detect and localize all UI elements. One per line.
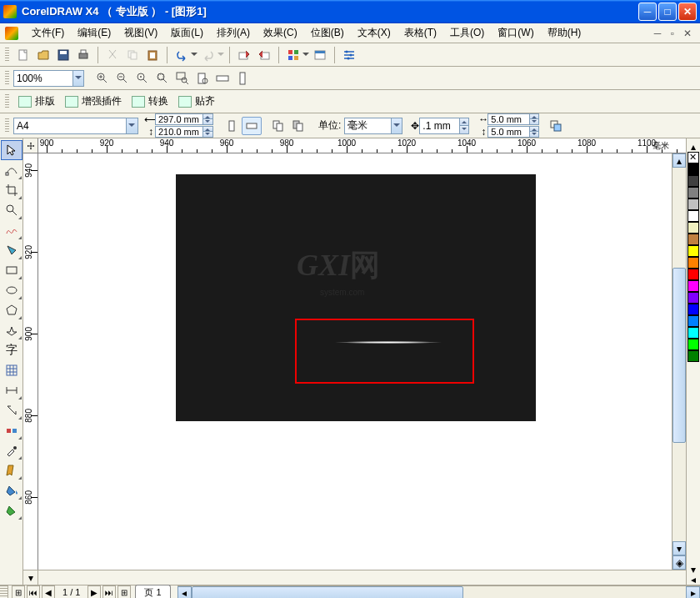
page-last-button[interactable]: ⏭ — [102, 585, 116, 598]
zoom-height-button[interactable] — [232, 69, 252, 88]
swatch[interactable] — [688, 234, 699, 245]
page-first-button[interactable]: ⏮ — [27, 585, 40, 598]
allpages-button[interactable] — [268, 117, 288, 135]
scroll-thumb-h[interactable] — [192, 586, 463, 599]
zoom-page-button[interactable] — [192, 69, 212, 88]
copy-button[interactable] — [122, 46, 142, 64]
zoom-combo[interactable] — [13, 70, 84, 87]
paper-dropdown-icon[interactable] — [126, 118, 138, 133]
import-button[interactable] — [234, 46, 254, 64]
undo-dropdown[interactable] — [190, 46, 198, 64]
units-dropdown-icon[interactable] — [391, 118, 402, 133]
menu-effects[interactable]: 效果(C) — [257, 23, 304, 43]
menu-text[interactable]: 文本(X) — [351, 23, 398, 43]
pick-tool[interactable] — [1, 140, 22, 160]
landscape-button[interactable] — [242, 117, 262, 135]
cut-button[interactable] — [102, 46, 122, 64]
blend-tool[interactable] — [1, 420, 22, 440]
palette-up-icon[interactable]: ▴ — [687, 142, 700, 152]
freehand-tool[interactable] — [1, 220, 22, 240]
swatch[interactable] — [688, 245, 699, 257]
menu-tools[interactable]: 工具(O) — [443, 23, 491, 43]
dupy-spinner[interactable] — [488, 126, 539, 138]
minimize-button[interactable]: ─ — [638, 3, 657, 21]
save-button[interactable] — [53, 46, 73, 64]
zoom-onetoone-button[interactable] — [132, 69, 152, 88]
ruler-horizontal[interactable]: 900920940960980100010201040106010801100 … — [38, 138, 686, 153]
export-button[interactable] — [254, 46, 274, 64]
page-next-button[interactable]: ▶ — [88, 585, 101, 598]
swatch[interactable] — [688, 339, 699, 350]
scroll-down-button[interactable]: ▾ — [672, 541, 686, 555]
grip-handle-icon[interactable] — [5, 118, 9, 133]
dimension-tool[interactable] — [1, 380, 22, 400]
scroll-left-button[interactable]: ◂ — [178, 586, 192, 599]
basicshape-tool[interactable] — [1, 320, 22, 340]
ruler-vertical[interactable]: 940920900880860 — [23, 153, 38, 570]
app-launcher-dropdown[interactable] — [302, 46, 310, 64]
swatch[interactable] — [688, 175, 699, 187]
app-launcher-button[interactable] — [283, 46, 303, 64]
swatch[interactable] — [688, 350, 699, 362]
zoom-in-button[interactable] — [92, 69, 112, 88]
swatch[interactable] — [688, 304, 699, 315]
polygon-tool[interactable] — [1, 300, 22, 320]
zoom-tool[interactable] — [1, 200, 22, 220]
paper-combo[interactable] — [13, 118, 138, 134]
grip-handle-icon[interactable] — [5, 94, 9, 109]
close-button[interactable]: ✕ — [678, 3, 697, 21]
connector-tool[interactable] — [1, 400, 22, 420]
nudge-spinner[interactable] — [419, 118, 469, 134]
page-height-spinner[interactable] — [155, 126, 213, 138]
swatch[interactable] — [688, 257, 699, 269]
scroll-right-button[interactable]: ▸ — [686, 586, 700, 599]
rectangle-tool[interactable] — [1, 260, 22, 280]
zoom-selection-button[interactable] — [152, 69, 172, 88]
swatch[interactable] — [688, 327, 699, 339]
child-close-icon[interactable]: ✕ — [680, 27, 695, 40]
palette-flyout-icon[interactable]: ◂ — [687, 575, 700, 585]
maximize-button[interactable]: □ — [658, 3, 677, 21]
plugin-snap[interactable]: 贴齐 — [173, 93, 220, 110]
currentpage-button[interactable] — [288, 117, 308, 135]
child-minimize-icon[interactable]: ─ — [650, 27, 665, 40]
shape-tool[interactable] — [1, 160, 22, 180]
menu-file[interactable]: 文件(F) — [25, 23, 71, 43]
options-button[interactable] — [339, 46, 359, 64]
zoom-out-button[interactable] — [112, 69, 132, 88]
swatch[interactable] — [688, 292, 699, 304]
page-prev-button[interactable]: ◀ — [42, 585, 55, 598]
zoom-all-button[interactable] — [172, 69, 192, 88]
new-button[interactable] — [13, 46, 33, 64]
menu-table[interactable]: 表格(T) — [398, 23, 443, 43]
vertical-scrollbar[interactable]: ▴ ▾ ◈ — [672, 153, 686, 570]
scroll-thumb-v[interactable] — [672, 268, 686, 443]
plugin-layout[interactable]: 排版 — [13, 93, 60, 110]
smartfill-tool[interactable] — [1, 240, 22, 260]
swatch-none[interactable] — [688, 152, 699, 163]
grip-handle-icon[interactable] — [5, 71, 9, 86]
plugin-enhance[interactable]: 增强插件 — [60, 93, 127, 110]
print-button[interactable] — [73, 46, 93, 64]
interactive-fill-tool[interactable] — [1, 500, 22, 520]
table-tool[interactable] — [1, 360, 22, 380]
page-add-icon[interactable]: ⊞ — [12, 585, 25, 598]
eyedropper-tool[interactable] — [1, 440, 22, 460]
welcome-button[interactable] — [310, 46, 330, 64]
page-tab[interactable]: 页 1 — [135, 585, 170, 598]
page-width-spinner[interactable] — [155, 113, 213, 125]
swatch[interactable] — [688, 187, 699, 198]
ruler-collapse-icon[interactable]: ▾ — [23, 570, 38, 585]
paper-input[interactable] — [14, 118, 126, 133]
menu-window[interactable]: 窗口(W) — [491, 23, 540, 43]
ellipse-tool[interactable] — [1, 280, 22, 300]
fill-tool[interactable] — [1, 480, 22, 500]
scroll-up-button[interactable]: ▴ — [672, 153, 686, 168]
zoom-input[interactable] — [14, 71, 72, 86]
swatch[interactable] — [688, 222, 699, 234]
open-button[interactable] — [33, 46, 53, 64]
menu-arrange[interactable]: 排列(A) — [210, 23, 257, 43]
plugin-convert[interactable]: 转换 — [127, 93, 173, 110]
swatch[interactable] — [688, 315, 699, 327]
canvas[interactable]: GXI网 system.com — [38, 153, 672, 570]
